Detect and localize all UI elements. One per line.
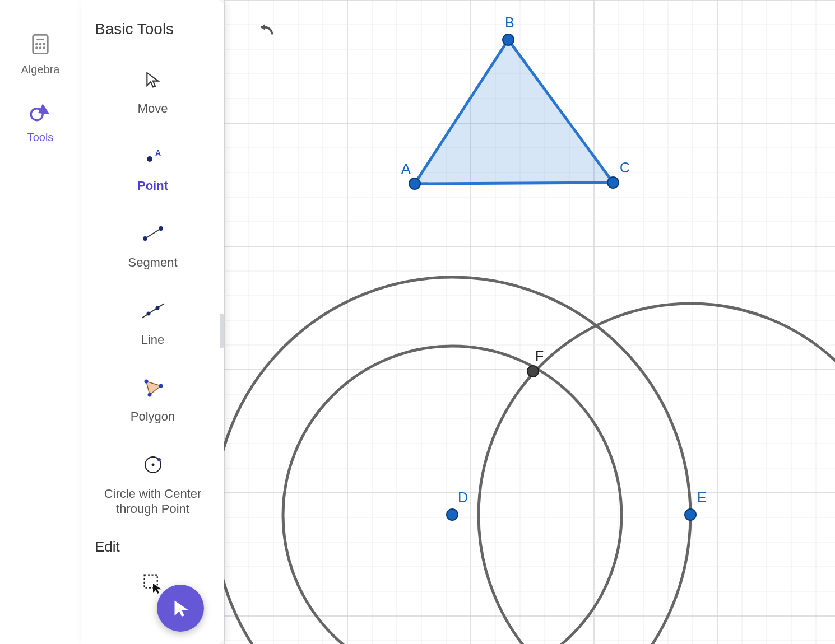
graphics-canvas[interactable]: ABCDEF xyxy=(224,0,835,644)
nav-algebra[interactable]: Algebra xyxy=(21,31,60,76)
calculator-icon xyxy=(27,31,54,58)
tool-point[interactable]: A Point xyxy=(92,132,213,209)
svg-point-2 xyxy=(36,44,37,45)
circle-2[interactable] xyxy=(479,304,835,644)
svg-line-12 xyxy=(145,228,161,239)
tool-move-label: Move xyxy=(138,101,168,116)
tool-circle-label: Circle with Center through Point xyxy=(92,486,213,517)
line-icon xyxy=(140,297,166,324)
point-label-F: F xyxy=(535,348,544,364)
nav-algebra-label: Algebra xyxy=(21,63,60,76)
nav-tools[interactable]: Tools xyxy=(27,99,54,144)
point-label-E: E xyxy=(697,489,707,505)
svg-point-23 xyxy=(151,463,154,466)
tools-panel-title: Basic Tools xyxy=(95,20,213,38)
point-F[interactable] xyxy=(527,366,539,377)
point-label-A: A xyxy=(401,161,411,176)
mode-fab[interactable] xyxy=(157,585,204,632)
tool-line[interactable]: Line xyxy=(92,286,213,363)
panel-scrollbar[interactable] xyxy=(220,314,224,348)
svg-point-20 xyxy=(159,384,163,388)
triangle-abc[interactable] xyxy=(415,40,613,184)
tools-panel: Basic Tools Move A Point Segment xyxy=(81,0,224,644)
point-B[interactable] xyxy=(503,34,514,45)
tools-panel-edit-title: Edit xyxy=(95,538,213,556)
tool-circle[interactable]: Circle with Center through Point xyxy=(92,440,213,533)
polygon-icon xyxy=(140,374,166,401)
point-label-C: C xyxy=(620,160,630,175)
svg-point-14 xyxy=(159,226,163,231)
left-nav: Algebra Tools xyxy=(0,0,81,644)
svg-point-17 xyxy=(155,306,159,310)
undo-icon xyxy=(258,22,277,41)
point-label-B: B xyxy=(505,15,514,30)
circle-0[interactable] xyxy=(224,277,690,644)
svg-point-7 xyxy=(44,48,45,49)
nav-tools-label: Tools xyxy=(27,131,54,144)
point-D[interactable] xyxy=(447,509,458,520)
svg-point-21 xyxy=(147,393,151,397)
svg-point-4 xyxy=(44,44,45,45)
svg-line-15 xyxy=(142,304,164,318)
svg-marker-18 xyxy=(146,381,161,395)
svg-point-6 xyxy=(40,48,41,49)
svg-point-13 xyxy=(143,236,147,241)
svg-point-3 xyxy=(40,44,41,45)
tool-segment-label: Segment xyxy=(128,255,177,270)
svg-point-16 xyxy=(146,311,150,315)
cursor-fill-icon xyxy=(170,598,191,618)
undo-button[interactable] xyxy=(258,22,284,48)
tool-polygon-label: Polygon xyxy=(131,409,175,424)
svg-text:A: A xyxy=(155,149,161,157)
tool-move[interactable]: Move xyxy=(92,55,213,132)
circle-1[interactable] xyxy=(283,346,621,644)
svg-point-10 xyxy=(147,156,152,162)
point-icon: A xyxy=(140,143,166,170)
point-E[interactable] xyxy=(685,509,696,520)
segment-icon xyxy=(140,220,166,247)
svg-point-19 xyxy=(144,380,148,384)
tool-point-label: Point xyxy=(137,178,168,194)
circle-icon xyxy=(140,451,166,478)
point-C[interactable] xyxy=(607,177,619,188)
point-label-D: D xyxy=(458,489,468,505)
tool-polygon[interactable]: Polygon xyxy=(92,363,213,440)
cursor-icon xyxy=(140,66,166,93)
svg-point-5 xyxy=(36,48,37,49)
point-A[interactable] xyxy=(409,178,420,189)
tool-line-label: Line xyxy=(141,332,165,348)
tools-icon xyxy=(27,99,54,125)
svg-point-24 xyxy=(157,458,161,461)
tool-segment[interactable]: Segment xyxy=(92,209,213,286)
